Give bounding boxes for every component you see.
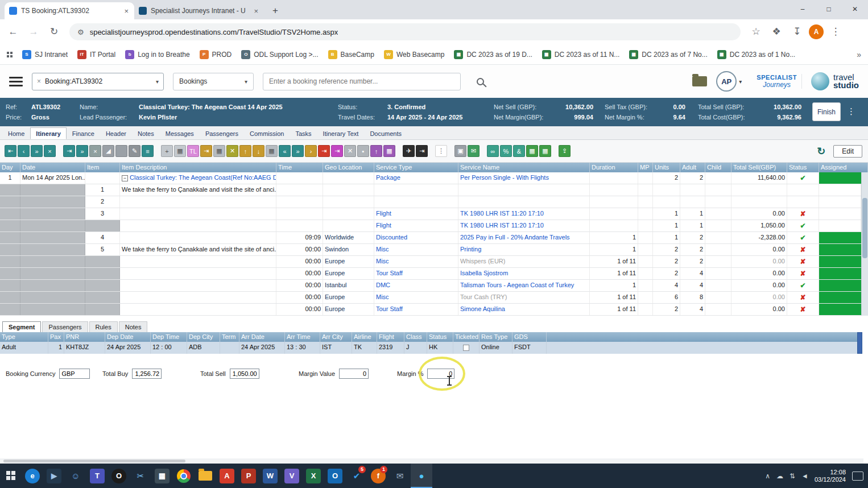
forward-button[interactable]: → <box>25 23 42 40</box>
folder-icon[interactable] <box>692 76 707 86</box>
cancel-button[interactable]: × <box>44 145 56 157</box>
itinerary-row[interactable]: 2 <box>0 196 861 208</box>
service-name-link[interactable]: TK 1980 LHR IST 11:20 17:10 <box>460 222 544 229</box>
segment-column-type[interactable]: Type <box>0 332 48 342</box>
taskbar-media-player-icon[interactable]: ▶ <box>43 464 65 488</box>
extensions-icon[interactable]: ❖ <box>768 23 785 40</box>
tab-itinerary[interactable]: Itinerary <box>30 127 66 139</box>
segment-column-class[interactable]: Class <box>404 332 427 342</box>
recent-search-combo[interactable]: × Booking:ATL39302 ▾ <box>32 73 164 90</box>
hidden-icons-chevron[interactable]: ∧ <box>765 472 770 480</box>
service-type-link[interactable]: Tour Staff <box>376 270 403 276</box>
taskbar-visio-icon[interactable]: V <box>281 464 303 488</box>
search-category-select[interactable]: Bookings ▾ <box>173 73 254 90</box>
column-header-service-type[interactable]: Service Type <box>374 163 458 172</box>
chevron-down-icon[interactable]: ▾ <box>156 78 159 85</box>
service-name-link[interactable]: Isabella Sjostrom <box>460 270 508 276</box>
new-tab-button[interactable]: + <box>267 3 283 19</box>
segment-column-dep-time[interactable]: Dep Time <box>151 332 187 342</box>
tab-header[interactable]: Header <box>100 127 132 139</box>
tab-close-icon[interactable]: × <box>123 7 130 15</box>
resize-handle-button[interactable]: ◢ <box>102 145 114 157</box>
column-header-mp[interactable]: MP <box>638 163 653 172</box>
run-purple-button[interactable]: ⇥ <box>331 145 343 157</box>
segment-tab-passengers[interactable]: Passengers <box>42 321 88 332</box>
onedrive-tray-icon[interactable]: ☁ <box>776 472 783 480</box>
booking-currency-field[interactable] <box>59 369 90 379</box>
grid-view-button[interactable]: ▦ <box>174 145 186 157</box>
taskbar-firefox-icon[interactable]: f1 <box>367 464 389 488</box>
itinerary-vertical-scrollbar[interactable] <box>861 172 868 316</box>
more-menu-button[interactable]: ⋮ <box>435 145 447 157</box>
add-item-button[interactable]: + <box>161 145 173 157</box>
tab-notes[interactable]: Notes <box>132 127 160 139</box>
total-buy-field[interactable] <box>132 369 162 379</box>
booking-reference-input[interactable] <box>263 73 461 90</box>
bookmarks-overflow-chevron[interactable]: » <box>857 50 861 59</box>
itinerary-row[interactable]: 00:00EuropeTour StaffIsabella Sjostrom1 … <box>0 268 861 280</box>
taskbar-opera-icon[interactable]: O <box>108 464 130 488</box>
itinerary-row[interactable]: 00:00EuropeMiscTour Cash (TRY)1 of 11680… <box>0 292 861 304</box>
column-header-item-description[interactable]: Item Description <box>120 163 276 172</box>
flight-end-button[interactable]: ⇥ <box>416 145 428 157</box>
tab-close-icon[interactable]: × <box>253 7 259 15</box>
column-header-day[interactable]: Day <box>0 163 20 172</box>
segment-column-term[interactable]: Term <box>220 332 239 342</box>
reload-button[interactable]: ↻ <box>46 23 63 40</box>
segment-column-dep-date[interactable]: Dep Date <box>105 332 151 342</box>
service-type-link[interactable]: Tour Staff <box>376 305 403 312</box>
column-header-time[interactable]: Time <box>276 163 323 172</box>
tab-home[interactable]: Home <box>2 127 30 139</box>
segment-tab-notes[interactable]: Notes <box>119 321 148 332</box>
tab-itinerary-text[interactable]: Itinerary Text <box>317 127 365 139</box>
itinerary-row[interactable]: 1Mon 14 Apr 2025 Lon...−Classical Turkey… <box>0 172 861 184</box>
tab-commission[interactable]: Commission <box>244 127 290 139</box>
address-bar[interactable]: ⚙ specialistjourneysprod.opendestination… <box>69 23 741 40</box>
browser-menu-icon[interactable]: ⋮ <box>827 23 844 40</box>
taskbar-calculator-icon[interactable]: ▦ <box>151 464 173 488</box>
action-center-icon[interactable] <box>852 472 863 481</box>
segment-column-res-type[interactable]: Res Type <box>480 332 512 342</box>
forward-fast-button[interactable]: » <box>76 145 88 157</box>
sheet-1-button[interactable]: ▦ <box>526 145 538 157</box>
column-header-adult[interactable]: Adult <box>680 163 705 172</box>
placeholder-button[interactable] <box>115 145 127 157</box>
service-type-link[interactable]: DMC <box>376 282 390 288</box>
nav-prev-button[interactable]: ‹ <box>18 145 30 157</box>
taskbar-people-icon[interactable]: ☺ <box>65 464 86 488</box>
segment-column-flight[interactable]: Flight <box>377 332 404 342</box>
taskbar-excel-icon[interactable]: X <box>303 464 324 488</box>
itinerary-row[interactable]: 3FlightTK 1980 LHR IST 11:20 17:10110.00… <box>0 208 861 220</box>
column-header-geo-location[interactable]: Geo Location <box>323 163 374 172</box>
taskbar-edge-icon[interactable]: e <box>22 464 43 488</box>
clear-x-button[interactable]: ✕ <box>344 145 356 157</box>
collapse-all-button[interactable]: « <box>279 145 291 157</box>
linked-items-button[interactable]: ∞ <box>487 145 499 157</box>
service-type-link[interactable]: Misc <box>376 258 389 264</box>
browser-tab[interactable]: Specialist Journeys Intranet - U× <box>134 2 264 19</box>
up-purple-button[interactable]: ↑ <box>370 145 382 157</box>
service-type-link[interactable]: Misc <box>376 293 389 300</box>
service-type-link[interactable]: Flight <box>376 210 391 217</box>
service-name-link[interactable]: 2025 Pay in Full - 20% Andante Travels <box>460 234 570 241</box>
service-name-link[interactable]: Printing <box>460 246 481 253</box>
list-view-button[interactable]: ≡ <box>142 145 154 157</box>
jump-end-button[interactable]: ⇥ <box>63 145 75 157</box>
bookmark-item[interactable]: bLog in to Breathe <box>125 50 189 59</box>
segment-column-arr-time[interactable]: Arr Time <box>285 332 320 342</box>
bookmark-star-icon[interactable]: ☆ <box>747 23 764 40</box>
scrollbar-thumb[interactable] <box>3 460 185 462</box>
segment-column-airline[interactable]: Airline <box>352 332 377 342</box>
segment-table-row[interactable]: Adult1KHT8JZ24 Apr 202512 : 00ADB24 Apr … <box>0 342 862 354</box>
taskbar-word-icon[interactable]: W <box>259 464 281 488</box>
browser-tab[interactable]: TS Booking:ATL39302× <box>5 2 134 19</box>
bookmark-item[interactable]: OODL Support Log >... <box>241 50 318 59</box>
run-red-button[interactable]: ⇥ <box>318 145 330 157</box>
taskbar-camera-app-icon[interactable]: ● <box>411 464 432 488</box>
bookmark-item[interactable]: SSJ Intranet <box>22 50 68 59</box>
hamburger-menu-icon[interactable] <box>9 75 23 89</box>
downloads-icon[interactable]: ↧ <box>788 23 805 40</box>
column-header-date[interactable]: Date <box>20 163 85 172</box>
column-header-total-sell-gbp[interactable]: Total Sell(GBP) <box>731 163 787 172</box>
flight-tool-button[interactable]: ✈ <box>403 145 415 157</box>
